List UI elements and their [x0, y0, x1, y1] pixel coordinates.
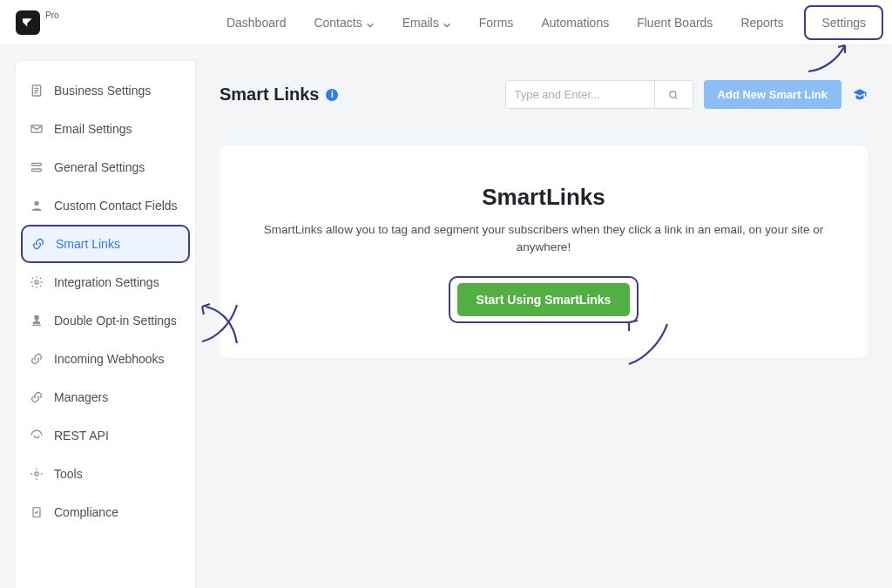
wrench-icon [30, 467, 44, 481]
sidebar-item-business-settings[interactable]: Business Settings [16, 71, 195, 110]
sidebar-item-general-settings[interactable]: General Settings [16, 148, 195, 186]
pro-badge: Pro [45, 10, 59, 20]
sidebar-item-label: Double Opt-in Settings [54, 314, 177, 328]
start-using-smartlinks-button[interactable]: Start Using SmartLinks [457, 283, 631, 316]
svg-rect-6 [32, 325, 40, 326]
nav-forms-label: Forms [479, 16, 514, 30]
sidebar-item-rest-api[interactable]: REST API [16, 416, 195, 455]
sidebar-item-label: Compliance [54, 505, 118, 519]
link-icon [31, 237, 45, 251]
team-icon [30, 390, 44, 404]
sidebar-item-tools[interactable]: Tools [16, 455, 195, 493]
app-logo [16, 10, 40, 35]
sidebar-item-compliance[interactable]: Compliance [16, 493, 195, 531]
page-header: Smart Links i Add New Smart Link [195, 61, 892, 126]
chevron-down-icon [443, 18, 451, 27]
svg-rect-3 [32, 169, 42, 172]
webhook-icon [30, 352, 44, 366]
empty-state-heading: SmartLinks [261, 184, 826, 211]
cta-highlight-frame: Start Using SmartLinks [449, 276, 639, 323]
nav-forms[interactable]: Forms [479, 16, 514, 30]
nav-settings[interactable]: Settings [804, 5, 883, 40]
nav-contacts[interactable]: Contacts [314, 16, 374, 30]
settings-sidebar: Business Settings Email Settings General… [16, 61, 195, 588]
sidebar-item-label: Integration Settings [54, 275, 159, 289]
svg-point-7 [35, 472, 38, 476]
nav-reports-label: Reports [740, 16, 783, 30]
search-icon [667, 89, 679, 101]
search-button[interactable] [654, 81, 693, 108]
sidebar-item-custom-contact-fields[interactable]: Custom Contact Fields [16, 186, 195, 225]
sidebar-item-label: Incoming Webhooks [54, 352, 165, 366]
gear-icon [30, 275, 44, 289]
sidebar-item-managers[interactable]: Managers [16, 378, 195, 416]
api-icon [30, 429, 44, 443]
nav-settings-label: Settings [821, 16, 866, 30]
nav-fluent-boards-label: Fluent Boards [637, 16, 713, 30]
document-icon [30, 84, 44, 98]
graduation-cap-icon[interactable] [852, 87, 868, 103]
nav-emails-label: Emails [402, 16, 439, 30]
nav-dashboard[interactable]: Dashboard [226, 16, 287, 30]
main-content: Smart Links i Add New Smart Link SmartLi… [195, 61, 892, 588]
sidebar-item-email-settings[interactable]: Email Settings [16, 110, 195, 148]
sidebar-item-label: Tools [54, 467, 83, 481]
page-title: Smart Links i [220, 84, 338, 105]
chevron-down-icon [366, 18, 375, 27]
sidebar-item-double-optin[interactable]: Double Opt-in Settings [16, 301, 195, 340]
nav-automations[interactable]: Automations [541, 16, 609, 30]
search-input[interactable] [506, 81, 654, 108]
sidebar-item-integration-settings[interactable]: Integration Settings [16, 263, 195, 301]
sidebar-item-label: Custom Contact Fields [54, 199, 178, 213]
svg-point-5 [35, 280, 38, 284]
sidebar-item-label: General Settings [54, 160, 145, 174]
empty-state-body: SmartLinks allow you to tag and segment … [261, 221, 826, 257]
nav-dashboard-label: Dashboard [226, 16, 287, 30]
page-title-text: Smart Links [220, 84, 319, 105]
user-icon [30, 199, 44, 213]
search-group [505, 80, 693, 109]
sidebar-item-label: Smart Links [56, 237, 120, 251]
svg-point-9 [670, 91, 676, 97]
sidebar-item-label: Email Settings [54, 122, 132, 136]
nav-automations-label: Automations [541, 16, 609, 30]
nav-fluent-boards[interactable]: Fluent Boards [637, 16, 713, 30]
top-bar: Pro Dashboard Contacts Emails Forms Auto… [0, 0, 892, 45]
sidebar-item-label: Managers [54, 390, 108, 404]
nav-contacts-label: Contacts [314, 16, 362, 30]
sidebar-item-label: REST API [54, 429, 109, 443]
stamp-icon [30, 314, 44, 328]
info-icon[interactable]: i [326, 89, 338, 101]
brand-area: Pro [16, 10, 59, 35]
sidebar-item-label: Business Settings [54, 84, 151, 98]
empty-state-card: SmartLinks SmartLinks allow you to tag a… [220, 145, 868, 358]
nav-emails[interactable]: Emails [402, 16, 451, 30]
svg-point-4 [34, 201, 38, 206]
svg-rect-2 [32, 163, 42, 166]
sidebar-item-smart-links[interactable]: Smart Links [21, 225, 190, 263]
sliders-icon [30, 160, 44, 174]
clipboard-check-icon [30, 505, 44, 519]
sidebar-item-incoming-webhooks[interactable]: Incoming Webhooks [16, 340, 195, 378]
mail-icon [30, 122, 44, 136]
add-smart-link-button[interactable]: Add New Smart Link [704, 80, 841, 109]
nav-reports[interactable]: Reports [740, 16, 783, 30]
main-nav: Dashboard Contacts Emails Forms Automati… [226, 14, 876, 31]
